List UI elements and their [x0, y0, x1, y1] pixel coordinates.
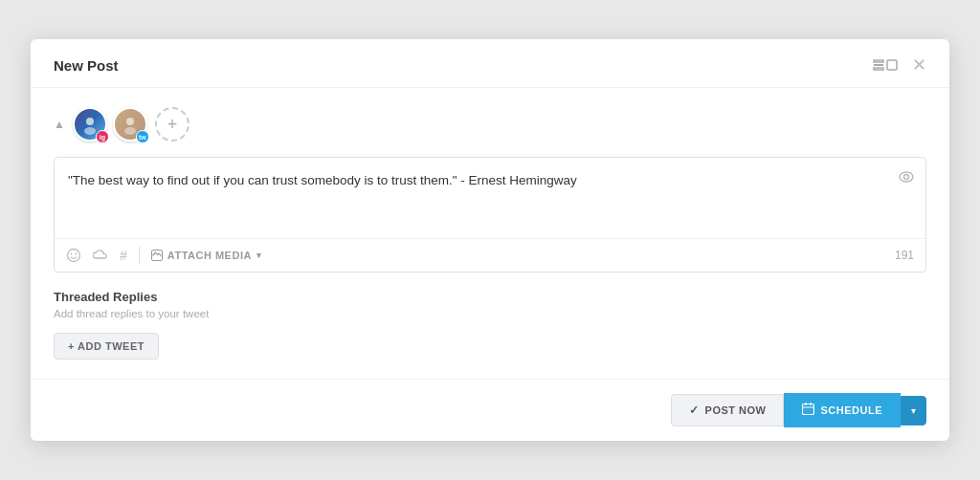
account-avatar-2[interactable]: tw: [113, 107, 147, 142]
svg-rect-3: [887, 60, 897, 70]
svg-point-6: [126, 118, 134, 125]
schedule-dropdown-button[interactable]: ▾: [901, 396, 926, 425]
attach-dropdown-arrow: ▾: [256, 251, 262, 260]
svg-point-8: [900, 172, 913, 182]
svg-point-5: [84, 127, 96, 135]
post-now-button[interactable]: ✓ POST NOW: [671, 394, 784, 426]
svg-point-4: [86, 118, 94, 125]
modal-header: New Post ✕: [31, 39, 949, 88]
new-post-modal: New Post ✕ ▲: [31, 39, 949, 441]
threaded-replies-subtitle: Add thread replies to your tweet: [54, 308, 926, 319]
compose-textarea[interactable]: [55, 158, 925, 234]
instagram-badge: ig: [96, 130, 109, 143]
char-count: 191: [895, 249, 914, 262]
header-actions: ✕: [872, 56, 926, 74]
modal-title: New Post: [54, 57, 119, 74]
add-account-button[interactable]: +: [155, 107, 189, 142]
svg-point-7: [124, 127, 136, 135]
svg-rect-1: [874, 60, 883, 62]
checkmark-icon: ✓: [689, 404, 700, 417]
hashtag-icon[interactable]: #: [120, 248, 127, 263]
cloud-icon[interactable]: [93, 248, 108, 263]
accounts-row: ▲ ig t: [54, 107, 926, 142]
svg-rect-0: [874, 64, 883, 66]
close-button[interactable]: ✕: [912, 56, 926, 74]
dropdown-arrow-icon: ▾: [911, 405, 916, 416]
calendar-icon: [802, 403, 814, 418]
schedule-button[interactable]: SCHEDULE: [784, 393, 901, 427]
toolbar-separator: [139, 247, 140, 264]
accounts-chevron[interactable]: ▲: [54, 118, 65, 131]
svg-rect-14: [803, 404, 814, 415]
attach-media-button[interactable]: ATTACH MEDIA ▾: [151, 250, 262, 261]
emoji-icon[interactable]: [66, 248, 81, 263]
threaded-replies-section: Threaded Replies Add thread replies to y…: [54, 273, 926, 379]
svg-rect-2: [874, 68, 883, 70]
modal-body: ▲ ig t: [31, 88, 949, 379]
compose-area: # ATTACH MEDIA ▾ 191: [54, 157, 926, 273]
twitter-badge: tw: [136, 130, 149, 143]
preview-icon[interactable]: [899, 169, 914, 187]
svg-point-11: [71, 253, 73, 255]
minimize-button[interactable]: [872, 58, 899, 72]
account-avatar-1[interactable]: ig: [73, 107, 107, 142]
modal-footer: ✓ POST NOW SCHEDULE ▾: [31, 379, 949, 441]
threaded-replies-title: Threaded Replies: [54, 290, 926, 304]
compose-toolbar: # ATTACH MEDIA ▾ 191: [55, 238, 925, 272]
svg-point-9: [904, 175, 909, 180]
add-tweet-button[interactable]: + ADD TWEET: [54, 333, 159, 360]
svg-point-12: [76, 253, 78, 255]
svg-point-10: [68, 250, 80, 262]
